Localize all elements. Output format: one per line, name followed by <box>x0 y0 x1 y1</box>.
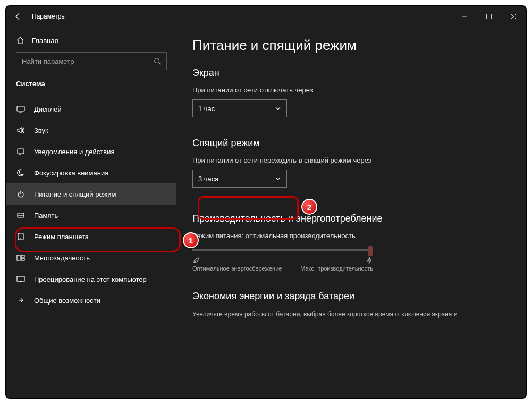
back-button[interactable] <box>6 6 30 27</box>
tablet-icon <box>16 232 26 241</box>
sleep-label: При питании от сети переходить в спящий … <box>192 156 510 164</box>
sleep-heading: Спящий режим <box>192 138 510 149</box>
perf-heading: Производительность и энергопотребление <box>192 213 510 224</box>
sidebar-item-power[interactable]: Питание и спящий режим <box>6 183 176 205</box>
svg-rect-18 <box>17 276 24 281</box>
leaf-icon <box>192 257 200 264</box>
sidebar-item-label: Питание и спящий режим <box>34 190 116 198</box>
sidebar-item-notifications[interactable]: Уведомления и действия <box>6 141 176 162</box>
minimize-button[interactable] <box>452 6 477 27</box>
sidebar-item-label: Уведомления и действия <box>34 148 115 156</box>
sidebar-item-multitask[interactable]: Многозадачность <box>6 247 176 268</box>
focus-icon <box>16 169 26 177</box>
sidebar-item-label: Фокусировка внимания <box>34 169 108 177</box>
slider-thumb[interactable] <box>368 246 373 256</box>
power-icon <box>16 190 26 198</box>
svg-line-5 <box>159 63 161 65</box>
display-icon <box>16 105 26 113</box>
multitask-icon <box>16 254 26 262</box>
maximize-button[interactable] <box>477 6 501 27</box>
svg-rect-6 <box>17 106 24 111</box>
shared-icon <box>16 296 26 305</box>
perf-mode-label: Режим питания: оптимальная производитель… <box>192 232 510 240</box>
sidebar-item-label: Многозадачность <box>34 254 90 262</box>
chevron-down-icon <box>275 105 281 112</box>
search-input[interactable]: Найти параметр <box>16 52 167 70</box>
perf-left-label: Оптимальное энергосбережение <box>192 265 282 272</box>
bolt-icon <box>366 257 373 264</box>
sidebar-item-projecting[interactable]: Проецирование на этот компьютер <box>6 268 176 290</box>
sidebar-item-sound[interactable]: Звук <box>6 120 176 141</box>
sidebar-home[interactable]: Главная <box>6 31 176 52</box>
sleep-timeout-value: 3 часа <box>198 175 219 183</box>
sidebar-item-label: Память <box>34 212 58 220</box>
storage-icon <box>16 211 26 220</box>
sidebar-item-storage[interactable]: Память <box>6 205 176 226</box>
sidebar-item-label: Дисплей <box>34 105 62 113</box>
search-placeholder: Найти параметр <box>22 57 74 65</box>
sidebar-item-shared[interactable]: Общие возможности <box>6 290 176 311</box>
annotation-marker-2: 2 <box>301 199 317 215</box>
search-icon <box>154 57 161 65</box>
sleep-timeout-dropdown[interactable]: 3 часа <box>192 170 287 188</box>
annotation-marker-1: 1 <box>183 232 199 248</box>
page-title: Питание и спящий режим <box>192 37 510 54</box>
sidebar-category: Система <box>6 80 176 93</box>
perf-right-label: Макс. производительность <box>300 265 373 272</box>
sidebar-item-label: Проецирование на этот компьютер <box>34 275 147 283</box>
sidebar: Главная Найти параметр Система Дисплей З… <box>6 27 176 398</box>
svg-rect-15 <box>17 255 20 260</box>
economy-heading: Экономия энергии и заряда батареи <box>192 291 510 302</box>
projecting-icon <box>16 275 26 283</box>
screen-label: При питании от сети отключать через <box>192 86 510 94</box>
sound-icon <box>16 126 26 134</box>
screen-timeout-value: 1 час <box>198 105 215 113</box>
sidebar-item-tablet[interactable]: Режим планшета <box>6 226 176 247</box>
sidebar-item-label: Звук <box>34 127 48 134</box>
notifications-icon <box>16 147 26 156</box>
home-icon <box>16 36 24 45</box>
close-button[interactable] <box>501 6 526 27</box>
chevron-down-icon <box>275 175 281 182</box>
perf-slider[interactable] <box>192 249 373 251</box>
svg-rect-1 <box>487 14 492 19</box>
window-title: Параметры <box>30 13 66 20</box>
economy-text: Увеличьте время работы от батареи, выбра… <box>192 309 510 319</box>
sidebar-item-focus[interactable]: Фокусировка внимания <box>6 162 176 183</box>
sidebar-item-label: Режим планшета <box>34 233 89 241</box>
svg-point-4 <box>155 58 159 63</box>
svg-rect-8 <box>18 149 24 154</box>
screen-timeout-dropdown[interactable]: 1 час <box>192 99 287 117</box>
sidebar-item-label: Общие возможности <box>34 297 100 305</box>
screen-heading: Экран <box>192 68 510 79</box>
main-panel: Питание и спящий режим Экран При питании… <box>176 27 526 398</box>
sidebar-item-display[interactable]: Дисплей <box>6 98 176 120</box>
svg-rect-17 <box>21 258 24 260</box>
sidebar-home-label: Главная <box>32 37 58 45</box>
svg-rect-16 <box>21 255 24 257</box>
